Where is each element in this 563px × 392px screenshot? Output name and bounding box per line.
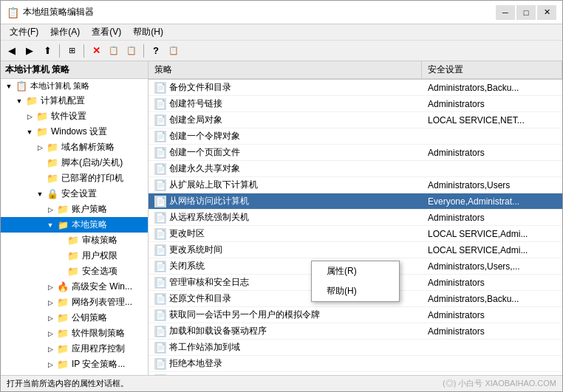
back-button[interactable]: ◀ xyxy=(4,43,20,59)
policy-name-selected: 从网络访问此计算机 xyxy=(169,195,249,207)
policy-icon: 📄 xyxy=(154,131,166,142)
up-button[interactable]: ⬆ xyxy=(39,43,55,59)
policy-name: 关闭系统 xyxy=(169,260,205,272)
context-menu-help[interactable]: 帮助(H) xyxy=(312,281,399,301)
tree-label-printers: 已部署的打印机 xyxy=(61,172,123,185)
list-row[interactable]: 📄 从远程系统强制关机 Administrators xyxy=(149,210,562,226)
cell-policy: 📄 创建符号链接 xyxy=(149,96,422,111)
menu-view[interactable]: 查看(V) xyxy=(86,24,127,40)
list-row[interactable]: 📄 加载和卸载设备驱动程序 Administrators xyxy=(149,323,562,340)
cell-security: Administrators xyxy=(422,276,562,289)
window-title: 本地组策略编辑器 xyxy=(23,6,496,18)
list-row[interactable]: 📄 从扩展站上取下计算机 Administrators,Users xyxy=(149,177,562,193)
col-header-security[interactable]: 安全设置 xyxy=(422,61,562,78)
cell-policy: 📄 从远程系统强制关机 xyxy=(149,210,422,225)
minimize-button[interactable]: ─ xyxy=(496,5,515,20)
list-row-selected[interactable]: 📄 从网络访问此计算机 Everyone,Administrat... xyxy=(149,193,562,210)
list-row[interactable]: 📄 将工作站添加到域 xyxy=(149,340,562,356)
tree-item-user-rights[interactable]: 📁 用户权限 xyxy=(1,248,148,264)
cell-security: LOCAL SERVICE,Admi... xyxy=(422,244,562,257)
folder-icon-network-list: 📁 xyxy=(57,298,69,308)
folder-icon: 📋 xyxy=(16,81,27,92)
close-button[interactable]: ✕ xyxy=(537,5,556,20)
tree-item-software-restrict[interactable]: ▷ 📁 软件限制策略 xyxy=(1,326,148,341)
policy-icon: 📄 xyxy=(154,179,166,191)
policy-name: 从远程系统强制关机 xyxy=(169,211,249,224)
expand-icon-account: ▷ xyxy=(45,204,55,215)
list-row[interactable]: 📄 拒绝本地登录 xyxy=(149,356,562,372)
policy-icon: 📄 xyxy=(154,244,166,256)
policy-icon: 📄 xyxy=(154,114,166,126)
list-row[interactable]: 📄 创建全局对象 LOCAL SERVICE,NET... xyxy=(149,112,562,128)
cell-policy: 📄 将工作站添加到域 xyxy=(149,340,422,355)
menu-help[interactable]: 帮助(H) xyxy=(127,24,169,40)
cell-security xyxy=(422,362,562,365)
list-row[interactable]: 📄 更改时区 LOCAL SERVICE,Admi... xyxy=(149,226,562,242)
tree-item-software[interactable]: ▷ 📁 软件设置 xyxy=(1,109,148,124)
policy-icon: 📄 xyxy=(154,358,166,370)
tree-label-software-restrict: 软件限制策略 xyxy=(72,327,125,340)
properties-button[interactable]: 📋 xyxy=(106,43,122,59)
toolbar-separator-1 xyxy=(59,44,60,58)
expand-icon-pubkey: ▷ xyxy=(45,313,55,323)
list-row[interactable]: 📄 创建一个令牌对象 xyxy=(149,128,562,145)
delete-button[interactable]: ✕ xyxy=(88,43,104,59)
col-header-policy[interactable]: 策略 xyxy=(149,61,422,78)
folder-icon-software-restrict: 📁 xyxy=(57,329,69,339)
policy-name: 创建永久共享对象 xyxy=(169,162,240,175)
tree-item-computer-config[interactable]: ▼ 📁 计算机配置 xyxy=(1,93,148,109)
tree-item-audit[interactable]: 📁 审核策略 xyxy=(1,233,148,248)
cell-security: Administrators,Backu... xyxy=(422,292,562,306)
policy-name: 创建全局对象 xyxy=(169,114,222,126)
policy-name: 加载和卸载设备驱动程序 xyxy=(169,325,267,337)
forward-button[interactable]: ▶ xyxy=(21,43,38,59)
tree-item-advanced-security[interactable]: ▷ 🔥 高级安全 Win... xyxy=(1,279,148,295)
policy-icon-selected: 📄 xyxy=(154,196,166,207)
tree-item-applocker[interactable]: ▷ 📁 应用程序控制 xyxy=(1,341,148,357)
menu-action[interactable]: 操作(A) xyxy=(44,24,86,40)
menu-file[interactable]: 文件(F) xyxy=(4,24,44,40)
list-row[interactable]: 📄 创建符号链接 Administrators xyxy=(149,96,562,112)
tree-item-security-options[interactable]: 📁 安全选项 xyxy=(1,264,148,279)
tree-item-account-policy[interactable]: ▷ 📁 账户策略 xyxy=(1,202,148,217)
list-row[interactable]: 📄 创建永久共享对象 xyxy=(149,161,562,177)
maximize-button[interactable]: □ xyxy=(516,5,536,20)
expand-icon-adv-sec: ▷ xyxy=(45,282,55,292)
list-row[interactable]: 📄 更改系统时间 LOCAL SERVICE,Admi... xyxy=(149,242,562,258)
cell-security: Administrators xyxy=(422,309,562,322)
policy-icon: 📄 xyxy=(154,212,166,224)
tree-item-printers[interactable]: 📁 已部署的打印机 xyxy=(1,171,148,186)
properties2-button[interactable]: 📋 xyxy=(123,43,140,59)
title-bar: 📋 本地组策略编辑器 ─ □ ✕ xyxy=(1,1,562,24)
help-button[interactable]: ? xyxy=(148,43,164,59)
list-header: 策略 安全设置 xyxy=(149,61,562,80)
context-menu-properties[interactable]: 属性(R) xyxy=(312,261,399,281)
cell-policy: 📄 获取同一会话中另一个用户的模拟令牌 xyxy=(149,307,422,323)
main-content: 本地计算机 策略 ▼ 📋 本地计算机 策略 ▼ 📁 计算机配置 ▷ 📁 软件设置… xyxy=(1,61,562,375)
tree-item-dns[interactable]: ▷ 📁 域名解析策略 xyxy=(1,140,148,155)
folder-icon-local: 📁 xyxy=(57,220,69,230)
export-button[interactable]: 📋 xyxy=(166,43,182,59)
status-text: 打开当前所选内容的属性对话框。 xyxy=(7,378,129,389)
policy-name: 还原文件和目录 xyxy=(169,292,231,305)
show-hide-console-button[interactable]: ⊞ xyxy=(64,43,80,59)
policy-name: 拒绝从网络访问这台计算机 xyxy=(169,374,276,375)
folder-icon-adv-audit: 📁 xyxy=(57,375,69,376)
tree-item-windows-settings[interactable]: ▼ 📁 Windows 设置 xyxy=(1,124,148,140)
tree-item-network-list[interactable]: ▷ 📁 网络列表管理... xyxy=(1,295,148,310)
tree-item-pubkey[interactable]: ▷ 📁 公钥策略 xyxy=(1,310,148,326)
list-row[interactable]: 📄 备份文件和目录 Administrators,Backu... xyxy=(149,80,562,96)
tree-item-ipsec[interactable]: ▷ 📁 IP 安全策略... xyxy=(1,357,148,372)
tree-item-root[interactable]: ▼ 📋 本地计算机 策略 xyxy=(1,79,148,93)
tree-item-security-settings[interactable]: ▼ 🔒 安全设置 xyxy=(1,186,148,202)
cell-policy: 📄 创建一个页面文件 xyxy=(149,145,422,160)
tree-item-scripts[interactable]: 📁 脚本(启动/关机) xyxy=(1,155,148,171)
cell-security: LOCAL SERVICE,NET... xyxy=(422,114,562,127)
tree-item-local-policy[interactable]: ▼ 📁 本地策略 xyxy=(1,217,148,233)
folder-icon-printers: 📁 xyxy=(47,173,58,184)
folder-icon-dns: 📁 xyxy=(47,142,58,153)
list-row[interactable]: 📄 拒绝从网络访问这台计算机 xyxy=(149,372,562,375)
tree-item-adv-audit[interactable]: ▷ 📁 高级审核策略 xyxy=(1,372,148,375)
list-row[interactable]: 📄 创建一个页面文件 Administrators xyxy=(149,145,562,161)
list-row[interactable]: 📄 获取同一会话中另一个用户的模拟令牌 Administrators xyxy=(149,307,562,323)
